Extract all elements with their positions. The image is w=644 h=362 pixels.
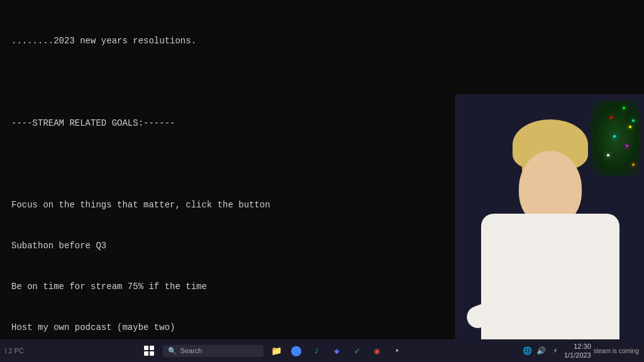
- windows-button[interactable]: [140, 342, 158, 359]
- taskbar-check-icon[interactable]: ✓: [349, 343, 364, 358]
- monitor-icon: ▪: [394, 346, 399, 356]
- main-container: ........2023 new years resolutions. ----…: [0, 0, 644, 362]
- search-icon: 🔍: [168, 347, 177, 355]
- spotify-icon: ♪: [314, 346, 319, 356]
- check-icon: ✓: [354, 346, 359, 356]
- taskbar-red-icon[interactable]: ◉: [369, 343, 384, 358]
- search-label: Search: [180, 347, 202, 354]
- header-line: ........2023 new years resolutions.: [11, 35, 448, 48]
- taskbar-right: 🌐 🔊 ⚡ 12:30 1/1/2023 steam is coming: [521, 342, 639, 360]
- webcam-overlay: [455, 94, 644, 339]
- person: [469, 101, 632, 339]
- battery-icon[interactable]: ⚡: [549, 344, 562, 357]
- taskbar-center: 🔍 Search 📁 ⬤ ♪ ◆ ✓ ◉ ▪: [29, 342, 516, 359]
- blank-line-1: [11, 75, 448, 89]
- win-icon-bl: [144, 351, 148, 356]
- red-icon: ◉: [374, 346, 379, 356]
- blank-line-2: [11, 158, 448, 172]
- taskbar-folder-icon[interactable]: 📁: [269, 343, 284, 358]
- network-icon[interactable]: 🌐: [521, 344, 534, 357]
- light-7: [632, 163, 635, 166]
- taskbar-spotify-icon[interactable]: ♪: [309, 343, 324, 358]
- chrome-icon: ⬤: [291, 344, 302, 357]
- notification-text: steam is coming: [594, 348, 639, 354]
- clock-date: 1/1/2023: [564, 351, 591, 359]
- taskbar-left-text: l 2 PC: [5, 347, 24, 354]
- system-clock: 12:30 1/1/2023: [564, 342, 591, 360]
- stream-item-4: Host my own podcast (maybe two): [11, 321, 448, 335]
- taskbar-monitor-icon[interactable]: ▪: [389, 343, 404, 358]
- taskbar-left: l 2 PC: [5, 347, 24, 354]
- webcam-background: [456, 94, 644, 339]
- text-area: ........2023 new years resolutions. ----…: [0, 0, 459, 339]
- stream-item-2: Subathon before Q3: [11, 239, 448, 253]
- light-8: [632, 119, 635, 122]
- taskbar: l 2 PC 🔍 Search 📁 ⬤: [0, 339, 644, 362]
- windows-icon: [144, 346, 154, 356]
- volume-icon[interactable]: 🔊: [535, 344, 548, 357]
- stream-heading: ----STREAM RELATED GOALS:------: [11, 117, 448, 131]
- win-icon-tl: [144, 346, 148, 350]
- stream-item-1: Focus on the things that matter, click t…: [11, 199, 448, 212]
- stream-item-3: Be on time for stream 75% if the time: [11, 280, 448, 294]
- shirt: [481, 214, 619, 339]
- discord-icon: ◆: [334, 346, 339, 356]
- system-icons: 🌐 🔊 ⚡: [521, 344, 562, 357]
- win-icon-br: [150, 351, 154, 356]
- taskbar-chrome-icon[interactable]: ⬤: [289, 343, 304, 358]
- win-icon-tr: [150, 346, 154, 350]
- taskbar-discord-icon[interactable]: ◆: [329, 343, 344, 358]
- folder-icon: 📁: [271, 346, 282, 356]
- clock-time: 12:30: [564, 342, 591, 351]
- search-bar[interactable]: 🔍 Search: [163, 345, 264, 357]
